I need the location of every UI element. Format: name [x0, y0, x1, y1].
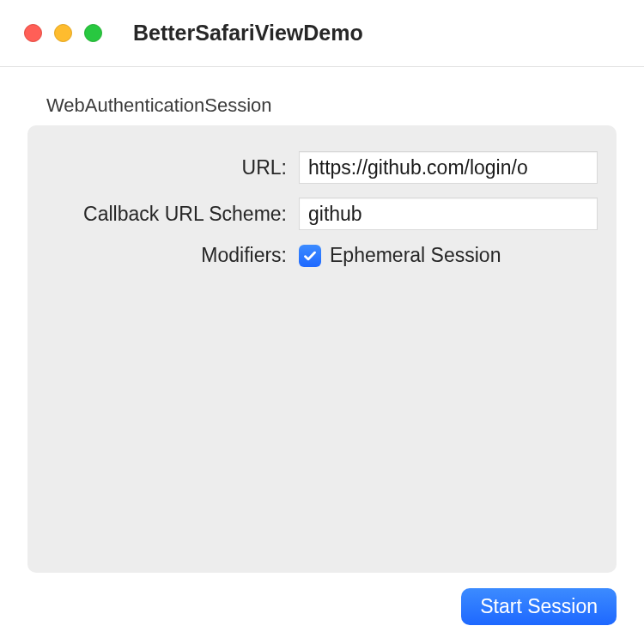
titlebar: BetterSafariViewDemo [0, 0, 644, 67]
form-panel: URL: Callback URL Scheme: Modifiers: Eph… [27, 125, 617, 573]
ephemeral-label: Ephemeral Session [330, 244, 501, 267]
section-heading: WebAuthenticationSession [46, 94, 617, 117]
minimize-icon[interactable] [54, 24, 72, 42]
callback-input[interactable] [299, 197, 598, 230]
content-area: WebAuthenticationSession URL: Callback U… [0, 67, 644, 644]
maximize-icon[interactable] [84, 24, 102, 42]
ephemeral-checkbox[interactable] [299, 245, 321, 267]
callback-label: Callback URL Scheme: [46, 203, 287, 226]
window-title: BetterSafariViewDemo [133, 21, 363, 46]
window: BetterSafariViewDemo WebAuthenticationSe… [0, 0, 644, 644]
modifiers-row: Modifiers: Ephemeral Session [46, 244, 598, 267]
ephemeral-checkbox-wrap: Ephemeral Session [299, 244, 598, 267]
start-session-button[interactable]: Start Session [461, 588, 617, 625]
checkmark-icon [302, 248, 318, 264]
close-icon[interactable] [24, 24, 42, 42]
url-row: URL: [46, 151, 598, 184]
footer: Start Session [27, 588, 617, 625]
callback-row: Callback URL Scheme: [46, 197, 598, 230]
url-input[interactable] [299, 151, 598, 184]
traffic-lights [24, 24, 102, 42]
modifiers-label: Modifiers: [46, 244, 287, 267]
url-label: URL: [46, 156, 287, 179]
